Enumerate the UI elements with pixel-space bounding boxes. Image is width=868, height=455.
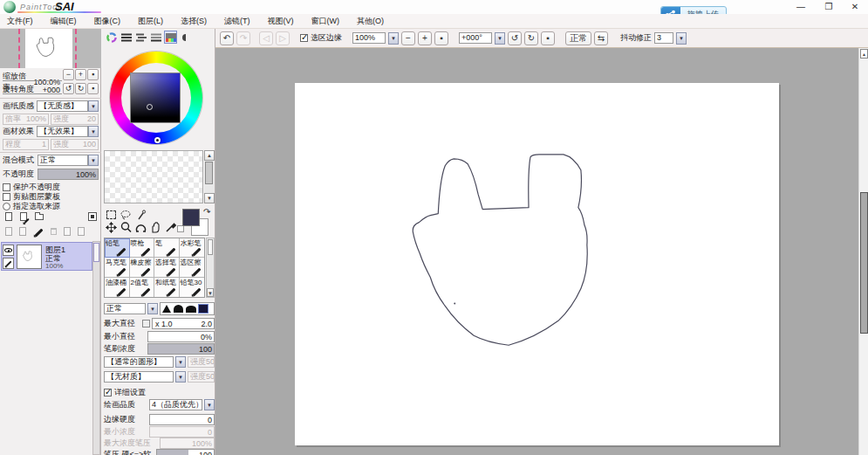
view-zoom-reset-button[interactable]: ▪ [434, 31, 448, 45]
paper-texture-select[interactable]: 【无质感】 [37, 100, 88, 112]
jitter-correction-value[interactable]: 3 [654, 32, 673, 44]
view-normal-button[interactable]: 正常 [565, 31, 591, 45]
view-zoom-dropdown-icon[interactable]: ▼ [388, 32, 399, 45]
color-picker-tool[interactable] [164, 221, 177, 234]
menu-edit[interactable]: 编辑(E) [51, 16, 77, 27]
clipping-mask-checkbox[interactable] [3, 193, 10, 201]
maximize-button[interactable]: ❐ [823, 2, 835, 12]
color-wheel-toggle[interactable] [105, 31, 118, 44]
zoom-tool[interactable] [120, 221, 133, 234]
paper-effect-select[interactable]: 【无效果】 [37, 126, 88, 137]
paint-quality-dropdown-icon[interactable]: ▼ [204, 399, 215, 410]
view-angle-dropdown-icon[interactable]: ▼ [495, 32, 505, 45]
reselect-button[interactable]: ▷ [276, 31, 290, 45]
transfer-down-button[interactable] [5, 227, 12, 236]
menu-file[interactable]: 文件(F) [7, 16, 33, 27]
canvas-scroll-up-icon[interactable]: ▲ [860, 49, 868, 59]
magic-wand-tool[interactable] [134, 208, 147, 221]
brush-brush[interactable]: 笔 [154, 238, 180, 258]
flip-view-button[interactable]: ⇆ [594, 31, 608, 45]
brush-edge-shape-group[interactable] [160, 302, 215, 315]
menu-view[interactable]: 视图(V) [268, 16, 294, 27]
hsv-slider-toggle[interactable] [134, 31, 147, 44]
menu-image[interactable]: 图像(C) [94, 16, 121, 27]
layer-list-scrollbar[interactable] [92, 241, 100, 455]
detail-settings-checkbox[interactable] [104, 389, 112, 396]
brush-texture-dropdown-icon[interactable]: ▼ [175, 371, 186, 383]
rotate-canvas-tool[interactable] [134, 221, 147, 234]
layer-visible-eye-icon[interactable] [3, 245, 14, 256]
edge-shape-square-icon[interactable] [199, 305, 208, 313]
new-layer-button[interactable] [5, 212, 12, 221]
layer-opacity-slider[interactable]: 100% [38, 169, 99, 180]
paper-effect-dropdown-icon[interactable]: ▼ [88, 126, 99, 137]
hue-cursor[interactable] [154, 137, 161, 143]
close-button[interactable]: ✕ [849, 2, 861, 12]
brush-shape-dropdown-icon[interactable]: ▼ [175, 356, 186, 368]
scratchpad-scrollbar[interactable]: ▲ ▼ [204, 150, 215, 203]
layer-mask-button[interactable] [88, 212, 97, 221]
menu-layer[interactable]: 图层(L) [138, 16, 163, 27]
lasso-tool[interactable] [120, 208, 133, 221]
swatches-toggle[interactable] [164, 31, 177, 44]
view-rotate-ccw-button[interactable]: ↺ [508, 31, 522, 45]
brush-texture-select[interactable]: 【无材质】 [104, 371, 174, 383]
jitter-dropdown-icon[interactable]: ▼ [676, 32, 687, 45]
brush-pencil[interactable]: 铅笔 [105, 238, 130, 258]
layer-paint-mode-icon[interactable] [3, 258, 14, 269]
move-tool[interactable] [105, 221, 118, 234]
nav-rotate-ccw-button[interactable]: ↺ [63, 83, 74, 94]
redo-button[interactable]: ↷ [236, 31, 250, 45]
scratch-scroll-thumb[interactable] [205, 162, 213, 184]
scratch-scroll-down-icon[interactable]: ▼ [204, 193, 215, 203]
brush-washi-pen[interactable]: 和纸笔 [154, 278, 180, 297]
deselect-button[interactable]: ◁ [259, 31, 273, 45]
brush-bucket[interactable]: 油漆桶 [105, 278, 130, 297]
menu-filter[interactable]: 滤镜(T) [224, 16, 250, 27]
canvas-workspace[interactable] [215, 48, 858, 455]
view-zoom-in-button[interactable]: + [418, 31, 432, 45]
view-rotate-cw-button[interactable]: ↻ [524, 31, 538, 45]
minimize-button[interactable]: — [795, 2, 807, 12]
sv-cursor[interactable] [147, 104, 153, 110]
max-diameter-slider[interactable]: x 1.0 2.0 [152, 318, 215, 329]
edge-shape-triangle-icon[interactable] [162, 305, 171, 313]
mixer-toggle[interactable] [149, 31, 162, 44]
paper-texture-dropdown-icon[interactable]: ▼ [88, 100, 99, 112]
selection-source-radio[interactable] [3, 203, 10, 210]
brush-select-pen[interactable]: 选择笔 [154, 258, 180, 277]
layer-blend-select[interactable]: 正常 [38, 155, 88, 166]
view-zoom-value[interactable]: 100% [352, 32, 386, 44]
brush-eraser[interactable]: 橡皮擦 [130, 258, 155, 277]
brush-pencil30[interactable]: 铅笔30 [180, 278, 205, 297]
brush-shape-select[interactable]: 【通常的圆形】 [104, 356, 174, 368]
brush-blend-dropdown-icon[interactable]: ▼ [147, 303, 158, 314]
saturation-value-square[interactable] [131, 73, 180, 122]
min-diameter-slider[interactable]: 0% [147, 331, 215, 342]
rect-select-tool[interactable] [105, 208, 118, 221]
edge-hardness-slider[interactable]: 0 [149, 414, 215, 425]
brush-density-slider[interactable]: 100 [147, 343, 215, 355]
copy-layer-button[interactable] [64, 227, 71, 236]
undo-button[interactable]: ↶ [220, 31, 234, 45]
brush-binary-pen[interactable]: 2值笔 [130, 278, 155, 297]
edge-shape-flat-icon[interactable] [186, 306, 196, 313]
brush-scroll-thumb[interactable] [208, 239, 213, 255]
diameter-unit-button[interactable] [142, 320, 150, 327]
rgb-slider-toggle[interactable] [120, 31, 133, 44]
merge-down-button[interactable] [19, 227, 26, 236]
scratchpad-toggle[interactable] [179, 31, 192, 44]
nav-zoom-out-button[interactable]: − [63, 69, 74, 80]
swap-colors-icon[interactable]: ↷ [203, 207, 210, 217]
scratchpad-area[interactable] [104, 150, 203, 203]
view-rotate-reset-button[interactable]: ▪ [541, 31, 555, 45]
selection-edge-checkbox[interactable] [300, 34, 308, 42]
transparent-color-button[interactable] [177, 225, 184, 232]
delete-layer-button[interactable] [51, 228, 57, 235]
nav-zoom-reset-button[interactable]: ▪ [87, 69, 99, 80]
protect-opacity-checkbox[interactable] [3, 183, 10, 191]
nav-zoom-in-button[interactable]: + [75, 69, 86, 80]
pressure-hard-soft-slider[interactable]: 100 [156, 449, 215, 455]
brush-grid-scrollbar[interactable]: ▼ [206, 238, 215, 298]
canvas-scroll-thumb[interactable] [860, 192, 868, 334]
